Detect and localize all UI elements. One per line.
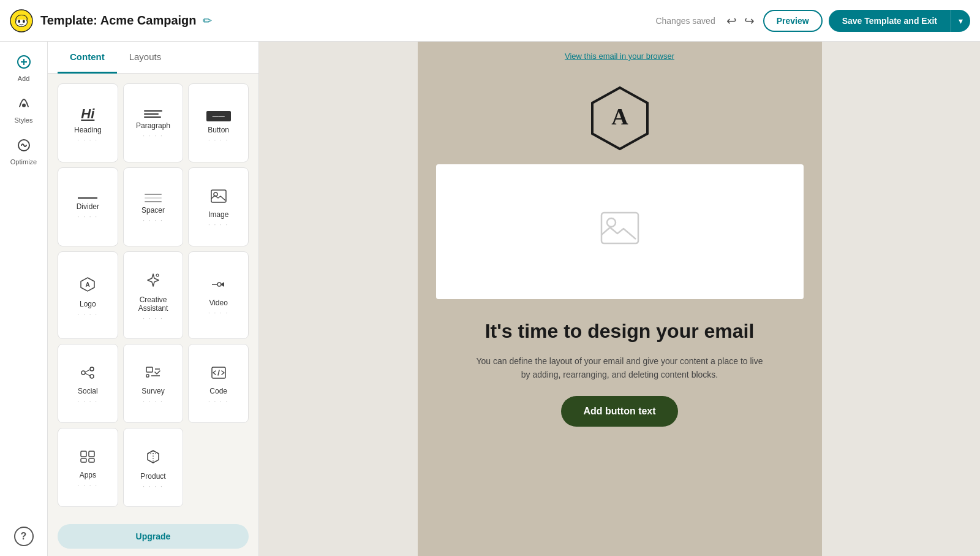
spacer-label: Spacer xyxy=(141,206,165,215)
svg-point-2 xyxy=(18,20,20,23)
header: Template: Acme Campaign ✏ Changes saved … xyxy=(0,0,980,42)
social-icon xyxy=(80,366,96,383)
view-browser-link[interactable]: View this email in your browser xyxy=(565,51,674,61)
content-item-image[interactable]: Image · · · · xyxy=(188,167,249,246)
svg-point-19 xyxy=(81,371,85,375)
edit-title-icon[interactable]: ✏ xyxy=(203,14,212,28)
rail-add-label: Add xyxy=(18,75,30,82)
spacer-icon xyxy=(145,194,162,202)
apps-label: Apps xyxy=(80,471,96,479)
sidebar: Content Layouts Hi Heading · · · · Parag… xyxy=(48,42,259,556)
content-item-survey[interactable]: Survey · · · · xyxy=(123,344,184,423)
apps-icon xyxy=(80,450,96,467)
save-status: Changes saved xyxy=(655,16,715,26)
email-heading: It's time to design your email xyxy=(442,319,797,345)
content-item-spacer[interactable]: Spacer · · · · xyxy=(123,167,184,246)
email-canvas: View this email in your browser A It's t… xyxy=(418,42,822,556)
help-button[interactable]: ? xyxy=(14,527,34,546)
divider-label: Divider xyxy=(77,202,99,211)
email-cta-button[interactable]: Add button text xyxy=(561,396,677,427)
styles-icon xyxy=(17,97,31,114)
save-dropdown-button[interactable]: ▾ xyxy=(951,10,970,32)
svg-point-37 xyxy=(607,218,616,227)
email-body-text: You can define the layout of your email … xyxy=(473,354,767,382)
content-item-logo[interactable]: A Logo · · · · xyxy=(58,251,118,338)
code-icon xyxy=(211,366,227,383)
image-placeholder-icon xyxy=(600,211,639,252)
svg-point-13 xyxy=(156,274,159,276)
button-label: Button xyxy=(208,126,229,134)
creative-assistant-label: Creative Assistant xyxy=(129,295,178,313)
svg-point-17 xyxy=(90,367,94,371)
preview-button[interactable]: Preview xyxy=(763,10,823,32)
content-item-paragraph[interactable]: Paragraph · · · · xyxy=(123,83,184,162)
svg-rect-29 xyxy=(89,451,94,457)
image-drag-dots: · · · · xyxy=(208,221,228,228)
email-content: It's time to design your email You can d… xyxy=(418,299,822,446)
tab-content[interactable]: Content xyxy=(58,42,117,74)
svg-rect-28 xyxy=(81,451,86,457)
survey-icon xyxy=(145,366,161,383)
social-drag-dots: · · · · xyxy=(78,398,98,405)
rail-optimize-label: Optimize xyxy=(10,158,37,166)
image-placeholder[interactable] xyxy=(436,164,804,299)
creative-drag-dots: · · · · xyxy=(143,315,163,322)
svg-line-27 xyxy=(218,370,219,375)
canvas-area: View this email in your browser A It's t… xyxy=(259,42,980,556)
svg-rect-22 xyxy=(146,367,153,372)
optimize-icon xyxy=(17,139,31,156)
button-drag-dots: · · · · xyxy=(208,137,228,143)
rail-optimize[interactable]: Optimize xyxy=(4,132,44,172)
content-item-heading[interactable]: Hi Heading · · · · xyxy=(58,83,118,162)
redo-button[interactable]: ↪ xyxy=(741,10,758,32)
rail-add[interactable]: Add xyxy=(4,49,44,88)
svg-point-7 xyxy=(22,104,26,107)
content-item-button[interactable]: —— Button · · · · xyxy=(188,83,249,162)
image-label: Image xyxy=(208,210,228,219)
survey-label: Survey xyxy=(141,387,164,395)
content-item-social[interactable]: Social · · · · xyxy=(58,344,118,423)
content-item-apps[interactable]: Apps · · · · xyxy=(58,428,118,507)
paragraph-label: Paragraph xyxy=(136,121,170,130)
product-icon xyxy=(145,449,161,468)
sidebar-tabs: Content Layouts xyxy=(48,42,258,74)
svg-rect-31 xyxy=(89,459,94,462)
image-icon xyxy=(211,189,227,207)
save-group: Save Template and Exit ▾ xyxy=(829,10,970,32)
icon-rail: Add Styles Optimize ? xyxy=(0,42,48,556)
paragraph-drag-dots: · · · · xyxy=(143,132,163,139)
save-template-button[interactable]: Save Template and Exit xyxy=(829,10,951,32)
creative-assistant-icon xyxy=(145,272,161,292)
upgrade-section: Upgrade xyxy=(48,517,258,556)
content-item-product[interactable]: Product · · · · xyxy=(123,428,184,507)
product-label: Product xyxy=(140,472,165,481)
spacer-drag-dots: · · · · xyxy=(143,217,163,224)
upgrade-button[interactable]: Upgrade xyxy=(58,524,249,549)
svg-point-18 xyxy=(90,375,94,378)
svg-rect-36 xyxy=(601,213,638,243)
button-icon: —— xyxy=(206,106,231,122)
paragraph-icon xyxy=(144,110,162,118)
logo-label: Logo xyxy=(80,300,96,308)
svg-point-3 xyxy=(23,20,25,23)
svg-line-20 xyxy=(85,370,90,372)
content-item-divider[interactable]: Divider · · · · xyxy=(58,167,118,246)
video-drag-dots: · · · · xyxy=(208,310,228,316)
body-layout: Add Styles Optimize ? Content Layouts xyxy=(0,42,980,556)
content-item-video[interactable]: Video · · · · xyxy=(188,251,249,338)
social-label: Social xyxy=(78,387,98,395)
help-label: ? xyxy=(21,531,27,542)
code-label: Code xyxy=(209,387,227,395)
template-title: Template: Acme Campaign xyxy=(40,13,197,28)
video-icon xyxy=(211,278,227,295)
heading-drag-dots: · · · · xyxy=(78,137,98,143)
content-item-code[interactable]: Code · · · · xyxy=(188,344,249,423)
divider-drag-dots: · · · · xyxy=(78,213,98,220)
undo-button[interactable]: ↩ xyxy=(723,10,741,32)
svg-text:A: A xyxy=(611,104,628,129)
heading-label: Heading xyxy=(74,126,102,134)
view-browser-section: View this email in your browser xyxy=(418,42,822,70)
tab-layouts[interactable]: Layouts xyxy=(117,42,174,74)
rail-styles[interactable]: Styles xyxy=(4,91,44,130)
content-item-creative-assistant[interactable]: Creative Assistant · · · · xyxy=(123,251,184,338)
